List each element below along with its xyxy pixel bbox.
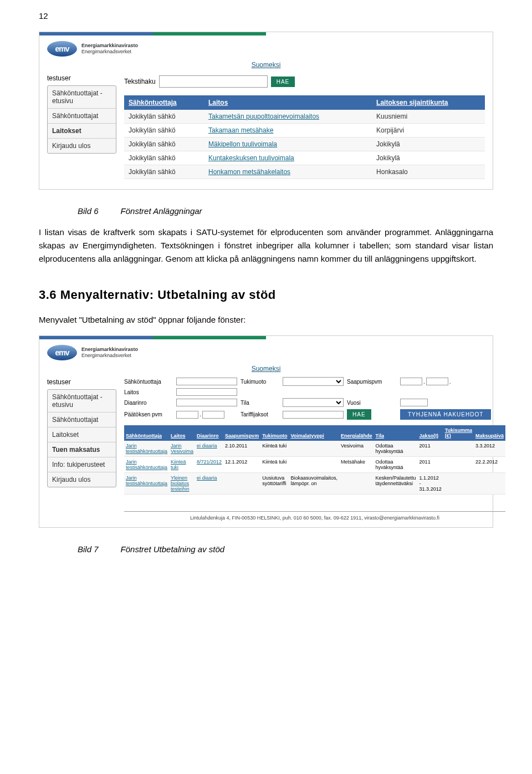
facility-link[interactable]: Honkamon metsähakelaitos: [208, 168, 290, 176]
diary-input[interactable]: [176, 399, 237, 406]
table-row: Jarin testisähköntuottajaJarin Vesivoima…: [124, 441, 505, 457]
current-user: testuser: [47, 73, 116, 85]
facilities-table: SähköntuottajaLaitosLaitoksen sijaintiku…: [124, 95, 485, 179]
current-user: testuser: [47, 377, 116, 389]
decision-from-input[interactable]: [176, 411, 198, 419]
payment-link[interactable]: Yleinen biolaitos testeihin: [171, 475, 190, 492]
facility-input[interactable]: [176, 388, 237, 396]
table-row: Jokikylän sähköHonkamon metsähakelaitosH…: [124, 165, 485, 179]
facility-link[interactable]: Kuntakeskuksen tuulivoimala: [208, 154, 294, 162]
logo-subtext: Energiamarkkinavirasto Energimarknadsver…: [81, 347, 138, 359]
filter-label: Laitos: [124, 389, 173, 395]
sidebar-item[interactable]: Laitokset: [48, 427, 116, 442]
column-header[interactable]: Maksupäivä: [474, 425, 505, 441]
support-type-select[interactable]: [283, 377, 344, 386]
sidebar-item[interactable]: Kirjaudu ulos: [48, 139, 116, 153]
facility-link[interactable]: Takamaan metsähake: [208, 126, 273, 134]
table-row: Jarin testisähköntuottajaYleinen biolait…: [124, 473, 505, 495]
body-paragraph-1: I listan visas de kraftverk som skapats …: [39, 226, 493, 266]
search-label: Tekstihaku: [124, 78, 156, 85]
filter-label: Päätöksen pvm: [124, 411, 173, 417]
header-logo-row: emv Energiamarkkinavirasto Energimarknad…: [39, 35, 493, 57]
sidebar-item[interactable]: Kirjaudu ulos: [48, 472, 116, 487]
column-header[interactable]: Energialähde: [339, 425, 374, 441]
figure-caption-2: Bild 7 Fönstret Utbetalning av stöd: [78, 544, 493, 554]
column-header[interactable]: Voimalatyyppi: [289, 425, 339, 441]
table-row: Jokikylän sähköTakamaan metsähakeKorpijä…: [124, 124, 485, 138]
table-row: Jarin testisähköntuottajaKiinteä tuki8/7…: [124, 457, 505, 473]
payment-link[interactable]: Jarin testisähköntuottaja: [126, 443, 167, 454]
sidebar-item[interactable]: Sähköntuottajat: [48, 413, 116, 427]
table-row: Jokikylän sähköMäkipellon tuulivoimalaJo…: [124, 138, 485, 151]
filter-label: Tukimuoto: [241, 379, 279, 385]
screenshot-anlaggningar: emv Energiamarkkinavirasto Energimarknad…: [39, 32, 493, 190]
sidebar-item[interactable]: Info: tukiperusteet: [48, 457, 116, 472]
sidebar-item[interactable]: Sähköntuottajat: [48, 109, 116, 124]
footer-contact: Lintulahdenkuja 4, FIN-00530 HELSINKI, p…: [124, 511, 505, 521]
payment-link[interactable]: Jarin Vesivoima: [171, 443, 193, 454]
column-header[interactable]: Laitos: [204, 95, 372, 110]
column-header[interactable]: Laitoksen sijaintikunta: [372, 95, 485, 110]
payments-table: SähköntuottajaLaitosDiaarinroSaapumispvm…: [124, 425, 505, 495]
year-input[interactable]: [400, 399, 428, 406]
language-link[interactable]: Suomeksi: [252, 61, 281, 69]
column-header[interactable]: Tukisumma (€): [443, 425, 474, 441]
payment-link[interactable]: Jarin testisähköntuottaja: [126, 475, 167, 486]
top-accent-bar: [39, 336, 493, 339]
screenshot-utbetalning: emv Energiamarkkinavirasto Energimarknad…: [39, 335, 493, 528]
column-header[interactable]: Saapumispvm: [223, 425, 260, 441]
tariff-input[interactable]: [283, 411, 344, 419]
logo-icon: emv: [47, 41, 77, 57]
column-header[interactable]: Tila: [374, 425, 418, 441]
clear-filters-button[interactable]: TYHJENNÄ HAKUEHDOT: [400, 409, 491, 420]
logo-icon: emv: [47, 345, 77, 360]
header-logo-row: emv Energiamarkkinavirasto Energimarknad…: [39, 339, 493, 360]
search-button[interactable]: HAE: [347, 409, 371, 420]
facility-link[interactable]: Mäkipellon tuulivoimala: [208, 140, 277, 148]
column-header[interactable]: Diaarinro: [195, 425, 223, 441]
filter-label: Diaarinro: [124, 400, 173, 406]
table-row: Jokikylän sähköTakametsän puupolttoainev…: [124, 110, 485, 124]
search-input[interactable]: [159, 75, 268, 88]
payment-link[interactable]: Kiinteä tuki: [171, 459, 186, 470]
arrival-from-input[interactable]: [400, 378, 422, 385]
search-button[interactable]: HAE: [271, 77, 295, 87]
sidebar-item[interactable]: Sähköntuottajat - etusivu: [48, 390, 116, 413]
body-paragraph-2: Menyvalet "Utbetalning av stöd" öppnar f…: [39, 313, 493, 327]
page-number: 12: [39, 11, 493, 21]
column-header[interactable]: Sähköntuottaja: [124, 95, 204, 110]
status-select[interactable]: [283, 398, 344, 407]
decision-to-input[interactable]: [202, 411, 224, 419]
column-header[interactable]: Jakso(t): [418, 425, 443, 441]
column-header[interactable]: Sähköntuottaja: [124, 425, 169, 441]
filter-label: Saapumispvm: [347, 379, 397, 385]
section-heading: 3.6 Menyalternativ: Utbetalning av stöd: [39, 288, 493, 302]
column-header[interactable]: Tukimuoto: [260, 425, 289, 441]
payment-link[interactable]: ei diaaria: [197, 443, 217, 449]
filter-label: Tariffijaksot: [241, 411, 279, 417]
facility-link[interactable]: Takametsän puupolttoainevoimalaitos: [208, 113, 319, 120]
payment-link[interactable]: ei diaaria: [197, 475, 217, 481]
sidebar-item[interactable]: Sähköntuottajat - etusivu: [48, 86, 116, 109]
payment-link[interactable]: Jarin testisähköntuottaja: [126, 459, 167, 470]
top-accent-bar: [39, 32, 493, 35]
filter-label: Vuosi: [347, 400, 397, 406]
sidebar-item[interactable]: Laitokset: [48, 124, 116, 139]
filter-label: Sähköntuottaja: [124, 379, 173, 385]
logo-subtext: Energiamarkkinavirasto Energimarknadsver…: [81, 43, 138, 55]
sidebar-item[interactable]: Tuen maksatus: [48, 442, 116, 457]
figure-caption-1: Bild 6 Fönstret Anläggningar: [78, 206, 493, 216]
payment-link[interactable]: 8/721/2012: [197, 459, 222, 465]
arrival-to-input[interactable]: [426, 378, 448, 385]
table-row: Jokikylän sähköKuntakeskuksen tuulivoima…: [124, 151, 485, 165]
producer-input[interactable]: [176, 378, 237, 385]
language-link[interactable]: Suomeksi: [252, 365, 281, 373]
column-header[interactable]: Laitos: [169, 425, 195, 441]
filter-label: Tila: [241, 400, 279, 406]
